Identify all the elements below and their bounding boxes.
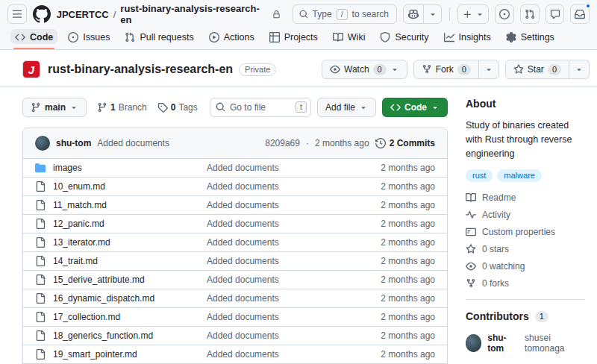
three-bars-icon bbox=[12, 9, 22, 19]
file-name-link[interactable]: 12_panic.md bbox=[53, 219, 104, 229]
readme-link[interactable]: Readme bbox=[466, 192, 585, 203]
watch-button[interactable]: Watch 0 bbox=[322, 60, 407, 79]
row-commit-message[interactable]: Added documents bbox=[207, 293, 346, 304]
commit-history-link[interactable]: 2 Commits bbox=[375, 138, 435, 148]
table-row[interactable]: 13_iterator.md Added documents 2 months … bbox=[23, 233, 447, 251]
topic-rust[interactable]: rust bbox=[466, 169, 493, 182]
table-row[interactable]: 15_derive_attribute.md Added documents 2… bbox=[23, 270, 447, 289]
tab-code[interactable]: Code bbox=[9, 28, 59, 49]
contributor-login[interactable]: shu-tom bbox=[487, 333, 519, 354]
comment-icon bbox=[550, 9, 560, 19]
create-new-main[interactable] bbox=[458, 5, 489, 23]
stars-link[interactable]: 0 stars bbox=[466, 244, 585, 254]
fork-caret-button[interactable] bbox=[479, 60, 499, 79]
file-name-link[interactable]: 13_iterator.md bbox=[53, 237, 110, 248]
star-caret-button[interactable] bbox=[569, 60, 590, 79]
table-row[interactable]: 11_match.md Added documents 2 months ago bbox=[23, 195, 447, 214]
commits-count-label: 2 Commits bbox=[390, 138, 435, 148]
copilot-caret-button[interactable] bbox=[423, 5, 442, 23]
row-commit-message[interactable]: Added documents bbox=[207, 237, 346, 248]
tab-projects[interactable]: Projects bbox=[263, 28, 324, 49]
star-button[interactable]: Star 0 bbox=[505, 60, 569, 79]
breadcrumb-owner-link[interactable]: JPCERTCC bbox=[57, 9, 109, 20]
table-row[interactable]: 17_collection.md Added documents 2 month… bbox=[23, 307, 447, 326]
tags-link[interactable]: 0 Tags bbox=[157, 102, 198, 113]
code-download-button[interactable]: Code bbox=[382, 98, 448, 117]
global-search-input[interactable]: Type / to search bbox=[293, 4, 397, 24]
add-file-button[interactable]: Add file bbox=[317, 98, 376, 117]
watching-link[interactable]: 0 watching bbox=[466, 261, 585, 272]
table-row[interactable]: 19_smart_pointer.md Added documents 2 mo… bbox=[23, 345, 447, 363]
fork-button[interactable]: Fork 0 bbox=[413, 60, 479, 79]
custom-properties-link[interactable]: Custom properties bbox=[466, 227, 585, 237]
file-name-link[interactable]: 16_dynamic_dispatch.md bbox=[53, 293, 154, 304]
code-button-label: Code bbox=[404, 102, 427, 113]
row-commit-message[interactable]: Added documents bbox=[207, 349, 346, 360]
table-row[interactable]: 10_enum.md Added documents 2 months ago bbox=[23, 177, 447, 195]
tab-pull-requests[interactable]: Pull requests bbox=[119, 28, 199, 49]
table-row[interactable]: 16_dynamic_dispatch.md Added documents 2… bbox=[23, 289, 447, 307]
table-row[interactable]: 14_trait.md Added documents 2 months ago bbox=[23, 251, 447, 270]
pull-requests-header-button[interactable] bbox=[520, 4, 540, 24]
table-row[interactable]: images Added documents 2 months ago bbox=[23, 158, 447, 177]
breadcrumb-repo-link[interactable]: rust-binary-analysis-research-en bbox=[120, 3, 267, 25]
create-new-button[interactable] bbox=[457, 4, 489, 24]
comment-header-button[interactable] bbox=[546, 4, 565, 24]
commit-message-link[interactable]: Added documents bbox=[97, 138, 169, 148]
branch-selector-button[interactable]: main bbox=[22, 98, 87, 117]
branches-link[interactable]: 1 Branch bbox=[97, 102, 147, 113]
file-name-link[interactable]: images bbox=[53, 163, 82, 173]
file-name-link[interactable]: 14_trait.md bbox=[53, 256, 98, 266]
file-name-link[interactable]: 17_collection.md bbox=[53, 312, 120, 322]
tab-insights[interactable]: Insights bbox=[438, 28, 497, 49]
file-name-link[interactable]: 19_smart_pointer.md bbox=[53, 349, 137, 360]
contributor-avatar[interactable] bbox=[466, 334, 481, 352]
row-commit-message[interactable]: Added documents bbox=[207, 163, 346, 173]
tab-actions[interactable]: Actions bbox=[203, 28, 260, 49]
row-commit-message[interactable]: Added documents bbox=[207, 181, 346, 192]
file-name-link[interactable]: 15_derive_attribute.md bbox=[53, 274, 145, 285]
fork-button-group: Fork 0 bbox=[413, 60, 499, 79]
contributor-name: shusei tomonaga bbox=[525, 333, 585, 354]
file-name-link[interactable]: 11_match.md bbox=[53, 200, 107, 210]
repo-title[interactable]: rust-binary-analysis-research-en bbox=[48, 63, 233, 76]
file-table: shu-tom Added documents 8209a69 · 2 mont… bbox=[22, 128, 448, 364]
row-commit-message[interactable]: Added documents bbox=[207, 330, 346, 341]
meta-label: 0 forks bbox=[482, 278, 509, 289]
repo-owner-avatar[interactable]: J bbox=[22, 60, 40, 78]
tab-settings[interactable]: Settings bbox=[500, 28, 560, 49]
file-name-link[interactable]: 10_enum.md bbox=[53, 181, 105, 192]
tab-security[interactable]: Security bbox=[374, 28, 434, 49]
commit-sha-link[interactable]: 8209a69 bbox=[265, 138, 300, 148]
meta-label: 0 watching bbox=[482, 261, 525, 272]
watch-count: 0 bbox=[373, 64, 387, 75]
tab-issues[interactable]: Issues bbox=[62, 28, 116, 49]
table-row[interactable]: 12_panic.md Added documents 2 months ago bbox=[23, 214, 447, 233]
table-row[interactable]: 18_generics_function.md Added documents … bbox=[23, 326, 447, 345]
row-commit-time: 2 months ago bbox=[346, 330, 435, 341]
row-commit-message[interactable]: Added documents bbox=[207, 274, 346, 285]
file-name-link[interactable]: 18_generics_function.md bbox=[53, 330, 153, 341]
row-commit-message[interactable]: Added documents bbox=[207, 312, 346, 322]
row-commit-message[interactable]: Added documents bbox=[207, 256, 346, 266]
github-logo-icon[interactable] bbox=[33, 5, 51, 23]
copilot-button[interactable] bbox=[404, 5, 423, 23]
visibility-badge: Private bbox=[239, 63, 276, 76]
topic-malware[interactable]: malware bbox=[497, 169, 542, 182]
issues-header-button[interactable] bbox=[495, 4, 514, 24]
commit-author-login[interactable]: shu-tom bbox=[56, 138, 91, 148]
git-pull-request-icon bbox=[125, 32, 135, 43]
eye-icon bbox=[330, 64, 340, 75]
activity-link[interactable]: Activity bbox=[466, 210, 585, 220]
tab-wiki[interactable]: Wiki bbox=[327, 28, 372, 49]
row-commit-message[interactable]: Added documents bbox=[207, 200, 346, 210]
notifications-inbox-button[interactable] bbox=[570, 4, 590, 24]
contributor-row[interactable]: shu-tom shusei tomonaga bbox=[466, 333, 585, 354]
hamburger-menu-button[interactable] bbox=[7, 4, 27, 24]
row-commit-message[interactable]: Added documents bbox=[207, 219, 346, 229]
search-icon bbox=[299, 10, 308, 19]
commit-author-avatar[interactable] bbox=[35, 136, 50, 151]
search-icon bbox=[216, 102, 225, 112]
forks-link[interactable]: 0 forks bbox=[466, 278, 585, 289]
chevron-down-icon bbox=[475, 10, 484, 19]
